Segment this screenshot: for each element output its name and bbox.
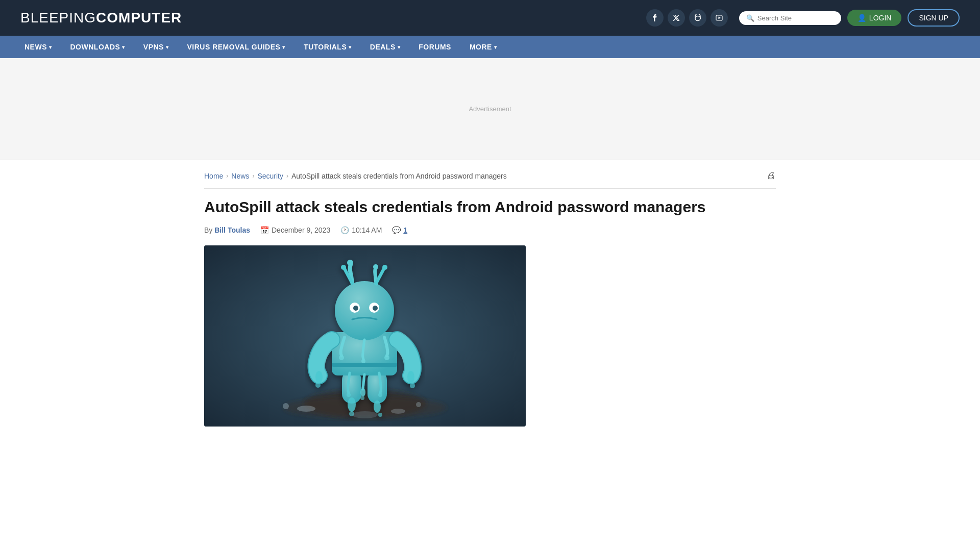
breadcrumb-sep-1: › xyxy=(226,172,228,180)
svg-point-19 xyxy=(347,260,353,266)
article-title: AutoSpill attack steals credentials from… xyxy=(204,197,776,217)
print-icon[interactable]: 🖨 xyxy=(767,170,776,181)
site-logo[interactable]: BLEEPINGCOMPUTER xyxy=(20,10,182,26)
calendar-icon: 📅 xyxy=(260,226,269,234)
search-icon: 🔍 xyxy=(746,14,754,22)
svg-marker-2 xyxy=(718,17,721,19)
facebook-icon[interactable] xyxy=(646,9,664,27)
login-button[interactable]: 👤 LOGIN xyxy=(847,10,902,26)
svg-point-27 xyxy=(353,306,358,311)
date-meta: 📅 December 9, 2023 xyxy=(260,226,330,234)
nav-vpns-label: VPNS xyxy=(143,43,164,51)
svg-point-18 xyxy=(335,281,394,340)
svg-point-11 xyxy=(378,413,382,417)
nav-news[interactable]: NEWS ▾ xyxy=(15,36,61,58)
article-date: December 9, 2023 xyxy=(272,226,330,234)
svg-point-33 xyxy=(360,388,365,396)
author-link[interactable]: Bill Toulas xyxy=(214,226,250,234)
svg-point-14 xyxy=(315,371,323,383)
svg-point-32 xyxy=(347,393,351,397)
svg-point-38 xyxy=(283,403,289,409)
breadcrumb-sep-3: › xyxy=(286,172,288,180)
main-content: Home › News › Security › AutoSpill attac… xyxy=(184,160,796,437)
clock-icon: 🕐 xyxy=(340,226,349,234)
nav-news-arrow: ▾ xyxy=(49,44,52,50)
youtube-icon[interactable] xyxy=(710,9,728,27)
nav-tutorials[interactable]: TUTORIALS ▾ xyxy=(295,36,361,58)
nav-tutorials-arrow: ▾ xyxy=(349,44,352,50)
signup-label: SIGN UP xyxy=(919,14,948,22)
svg-point-30 xyxy=(361,359,365,363)
svg-point-8 xyxy=(348,397,356,412)
nav-downloads[interactable]: DOWNLOADS ▾ xyxy=(61,36,134,58)
breadcrumb-home[interactable]: Home xyxy=(204,172,223,180)
article-meta: By Bill Toulas 📅 December 9, 2023 🕐 10:1… xyxy=(204,226,776,234)
svg-point-0 xyxy=(695,16,700,21)
svg-point-20 xyxy=(373,264,378,269)
nav-deals[interactable]: DEALS ▾ xyxy=(361,36,409,58)
breadcrumb-news[interactable]: News xyxy=(231,172,249,180)
svg-point-22 xyxy=(341,265,346,270)
main-nav: NEWS ▾ DOWNLOADS ▾ VPNS ▾ VIRUS REMOVAL … xyxy=(0,36,980,58)
svg-rect-13 xyxy=(332,363,397,367)
nav-tutorials-label: TUTORIALS xyxy=(304,43,347,51)
svg-point-28 xyxy=(373,306,378,311)
nav-vpns[interactable]: VPNS ▾ xyxy=(134,36,178,58)
ad-placeholder-text: Advertisement xyxy=(469,105,511,113)
svg-point-15 xyxy=(315,383,321,388)
site-header: BLEEPINGCOMPUTER 🔍 👤 LOGIN SIGN UP xyxy=(0,0,980,36)
nav-deals-label: DEALS xyxy=(370,43,396,51)
user-icon: 👤 xyxy=(857,14,866,22)
mastodon-icon[interactable] xyxy=(689,9,706,27)
nav-deals-arrow: ▾ xyxy=(398,44,401,50)
time-meta: 🕐 10:14 AM xyxy=(340,226,382,234)
svg-point-40 xyxy=(352,411,378,418)
signup-button[interactable]: SIGN UP xyxy=(908,9,960,27)
article-time: 10:14 AM xyxy=(352,226,382,234)
nav-downloads-label: DOWNLOADS xyxy=(70,43,120,51)
breadcrumb-current: AutoSpill attack steals credentials from… xyxy=(291,172,507,180)
breadcrumb-security[interactable]: Security xyxy=(257,172,283,180)
article-image-svg xyxy=(204,245,526,427)
nav-vpns-arrow: ▾ xyxy=(166,44,169,50)
svg-point-29 xyxy=(339,355,344,360)
nav-more-arrow: ▾ xyxy=(494,44,497,50)
breadcrumb-sep-2: › xyxy=(252,172,254,180)
advertisement-banner: Advertisement xyxy=(0,58,980,160)
twitter-icon[interactable] xyxy=(668,9,685,27)
nav-forums[interactable]: FORUMS xyxy=(409,36,460,58)
search-input[interactable] xyxy=(757,14,834,22)
nav-virus-label: VIRUS REMOVAL GUIDES xyxy=(187,43,280,51)
svg-point-24 xyxy=(382,265,387,270)
svg-point-9 xyxy=(374,400,381,413)
nav-downloads-arrow: ▾ xyxy=(122,44,125,50)
logo-light: BLEEPING xyxy=(20,10,96,26)
nav-news-label: NEWS xyxy=(24,43,47,51)
svg-point-39 xyxy=(416,402,421,407)
svg-point-16 xyxy=(407,371,414,383)
social-icons-group xyxy=(646,9,728,27)
nav-virus-arrow: ▾ xyxy=(282,44,285,50)
breadcrumb: Home › News › Security › AutoSpill attac… xyxy=(204,170,776,189)
login-label: LOGIN xyxy=(869,14,892,22)
author-label: By xyxy=(204,226,212,234)
comments-meta: 💬 1 xyxy=(392,226,407,234)
nav-virus-removal[interactable]: VIRUS REMOVAL GUIDES ▾ xyxy=(178,36,294,58)
search-bar: 🔍 xyxy=(739,11,841,25)
svg-point-34 xyxy=(360,396,364,400)
svg-point-31 xyxy=(384,355,389,360)
nav-forums-label: FORUMS xyxy=(419,43,451,51)
comment-count[interactable]: 1 xyxy=(403,226,407,234)
comment-icon: 💬 xyxy=(392,226,401,234)
nav-more[interactable]: MORE ▾ xyxy=(460,36,506,58)
logo-bold: COMPUTER xyxy=(96,10,182,26)
svg-point-36 xyxy=(297,406,315,412)
svg-point-35 xyxy=(378,393,382,397)
svg-point-37 xyxy=(391,409,405,414)
svg-point-17 xyxy=(410,383,415,388)
author-info: By Bill Toulas xyxy=(204,226,250,234)
nav-more-label: MORE xyxy=(470,43,492,51)
article-image xyxy=(204,245,526,427)
header-right: 🔍 👤 LOGIN SIGN UP xyxy=(646,9,960,27)
